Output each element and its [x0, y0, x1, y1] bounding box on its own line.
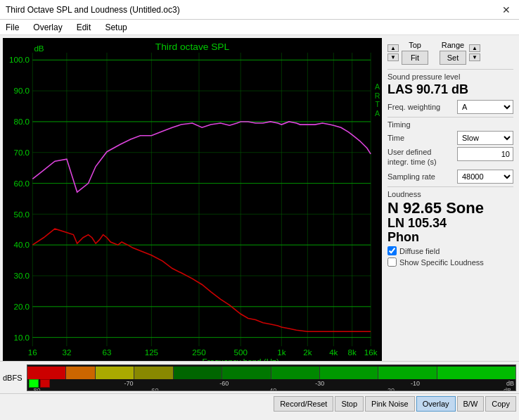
- menu-edit[interactable]: Edit: [74, 21, 94, 34]
- svg-text:1k: 1k: [277, 348, 286, 357]
- fit-button[interactable]: Fit: [402, 51, 428, 65]
- loudness-section-label: Loudness: [387, 190, 513, 198]
- svg-text:16: 16: [28, 348, 37, 357]
- svg-text:2k: 2k: [303, 348, 312, 357]
- svg-text:8k: 8k: [348, 348, 357, 357]
- bottom-bar: Record/Reset Stop Pink Noise Overlay B/W…: [0, 393, 519, 413]
- show-specific-label: Show Specific Loudness: [399, 258, 484, 267]
- close-button[interactable]: ✕: [499, 3, 513, 17]
- dbfs-bar: dBFS -90 -70 -60 -30 -10 dB: [0, 361, 519, 393]
- sampling-rate-select[interactable]: 441004800096000: [457, 170, 513, 184]
- record-reset-button[interactable]: Record/Reset: [274, 396, 333, 412]
- phon-value: Phon: [387, 231, 513, 245]
- svg-text:90.0: 90.0: [13, 87, 30, 95]
- user-integr-input[interactable]: [457, 147, 513, 161]
- window-title: Third Octave SPL and Loudness (Untitled.…: [6, 5, 180, 15]
- freq-weighting-label: Freq. weighting: [387, 103, 440, 111]
- time-label: Time: [387, 134, 404, 142]
- svg-text:60.0: 60.0: [13, 179, 30, 188]
- range-label: Range: [442, 41, 464, 49]
- range-up-button[interactable]: ▲: [469, 44, 480, 52]
- svg-text:100.0: 100.0: [9, 56, 30, 65]
- svg-text:16k: 16k: [364, 348, 378, 357]
- svg-text:70.0: 70.0: [13, 148, 30, 157]
- svg-text:4k: 4k: [329, 348, 338, 357]
- svg-text:250: 250: [192, 348, 205, 357]
- freq-weighting-select[interactable]: ABCZ: [457, 100, 513, 114]
- dbfs-label: dBFS: [3, 374, 23, 382]
- svg-text:Frequency band (Hz): Frequency band (Hz): [203, 357, 279, 361]
- titlebar: Third Octave SPL and Loudness (Untitled.…: [0, 0, 519, 20]
- sampling-rate-label: Sampling rate: [387, 172, 435, 181]
- range-down-button[interactable]: ▼: [469, 53, 480, 61]
- chart-area: 100.0 90.0 80.0 70.0 60.0 50.0 40.0 30.0…: [3, 38, 382, 361]
- menu-overlay[interactable]: Overlay: [30, 21, 65, 34]
- diffuse-field-label: Diffuse field: [399, 247, 440, 255]
- overlay-button[interactable]: Overlay: [416, 396, 456, 412]
- copy-button[interactable]: Copy: [485, 396, 516, 412]
- n-value: N 92.65 Sone: [387, 200, 513, 217]
- right-panel: ▲ ▼ Top Fit Range Set ▲ ▼: [382, 35, 519, 361]
- svg-text:R: R: [375, 91, 380, 100]
- time-row: Time SlowFastImpulse: [387, 131, 513, 145]
- svg-text:Third octave SPL: Third octave SPL: [155, 42, 230, 52]
- svg-text:T: T: [375, 100, 380, 108]
- svg-text:20.0: 20.0: [13, 303, 30, 311]
- menu-setup[interactable]: Setup: [102, 21, 129, 34]
- diffuse-field-row: Diffuse field: [387, 246, 513, 255]
- timing-section-label: Timing: [387, 120, 513, 129]
- sampling-rate-row: Sampling rate 441004800096000: [387, 170, 513, 184]
- svg-text:63: 63: [102, 348, 111, 357]
- range-set-group: Range Set ▲ ▼: [440, 41, 480, 65]
- svg-text:50.0: 50.0: [13, 210, 30, 219]
- menu-file[interactable]: File: [3, 21, 22, 34]
- svg-text:40.0: 40.0: [13, 241, 30, 249]
- svg-text:32: 32: [62, 348, 71, 357]
- time-select[interactable]: SlowFastImpulse: [457, 131, 513, 145]
- top-up-button[interactable]: ▲: [387, 44, 399, 52]
- svg-text:A: A: [375, 109, 380, 117]
- svg-text:80.0: 80.0: [13, 117, 30, 126]
- diffuse-field-checkbox[interactable]: [387, 246, 397, 255]
- svg-text:500: 500: [234, 348, 248, 357]
- svg-text:125: 125: [145, 348, 158, 357]
- spl-section-label: Sound pressure level: [387, 72, 513, 81]
- top-controls: ▲ ▼ Top Fit Range Set ▲ ▼: [387, 41, 513, 65]
- user-integr-row: User defined integr. time (s): [387, 147, 513, 167]
- svg-text:30.0: 30.0: [13, 272, 30, 280]
- freq-weighting-row: Freq. weighting ABCZ: [387, 100, 513, 114]
- svg-text:10.0: 10.0: [13, 333, 30, 342]
- svg-text:dB: dB: [34, 44, 44, 53]
- bw-button[interactable]: B/W: [457, 396, 485, 412]
- top-fit-group: ▲ ▼ Top Fit: [387, 41, 428, 65]
- spl-value: LAS 90.71 dB: [387, 82, 513, 97]
- pink-noise-button[interactable]: Pink Noise: [365, 396, 415, 412]
- top-label: Top: [409, 41, 421, 49]
- svg-rect-0: [3, 38, 382, 361]
- menubar: File Overlay Edit Setup: [0, 20, 519, 35]
- ln-value: LN 105.34: [387, 217, 513, 231]
- show-specific-row: Show Specific Loudness: [387, 257, 513, 267]
- user-integr-label: User defined integr. time (s): [387, 147, 444, 167]
- svg-text:A: A: [375, 82, 380, 91]
- set-button[interactable]: Set: [440, 51, 466, 65]
- show-specific-checkbox[interactable]: [387, 257, 397, 267]
- top-down-button[interactable]: ▼: [387, 53, 399, 61]
- stop-button[interactable]: Stop: [335, 396, 364, 412]
